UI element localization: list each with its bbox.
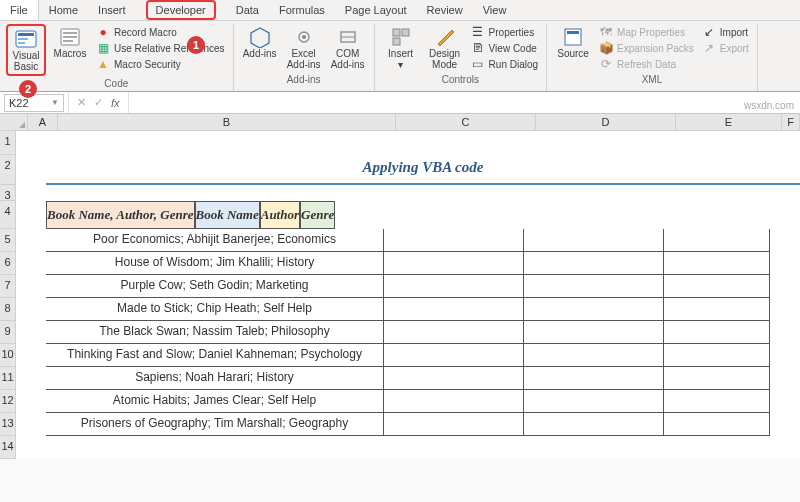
excel-addins-button[interactable]: Excel Add-ins xyxy=(284,24,324,72)
gear-icon xyxy=(293,26,315,48)
svg-rect-14 xyxy=(402,29,409,36)
table-cell[interactable] xyxy=(664,344,770,367)
name-box[interactable]: K22▼ xyxy=(4,94,64,112)
macros-button[interactable]: Macros xyxy=(50,24,90,61)
menu-review[interactable]: Review xyxy=(417,0,473,20)
watermark: wsxdn.com xyxy=(744,100,794,111)
design-mode-button[interactable]: Design Mode xyxy=(425,24,465,72)
table-cell[interactable]: Purple Cow; Seth Godin; Marketing xyxy=(46,275,384,298)
table-cell[interactable] xyxy=(384,321,524,344)
table-cell[interactable] xyxy=(524,298,664,321)
table-cell[interactable] xyxy=(664,252,770,275)
com-addins-button[interactable]: COM Add-ins xyxy=(328,24,368,72)
table-cell[interactable] xyxy=(384,367,524,390)
row-14[interactable]: 14 xyxy=(0,436,16,459)
table-cell[interactable] xyxy=(384,344,524,367)
table-cell[interactable] xyxy=(384,390,524,413)
table-cell[interactable] xyxy=(664,413,770,436)
col-D[interactable]: D xyxy=(536,114,676,130)
row-6[interactable]: 6 xyxy=(0,252,16,275)
table-cell[interactable] xyxy=(664,298,770,321)
row-7[interactable]: 7 xyxy=(0,275,16,298)
table-cell[interactable] xyxy=(524,275,664,298)
row-1[interactable]: 1 xyxy=(0,131,16,155)
row-5[interactable]: 5 xyxy=(0,229,16,252)
run-dialog-button[interactable]: ▭Run Dialog xyxy=(469,56,540,72)
source-icon xyxy=(562,26,584,48)
menu-pagelayout[interactable]: Page Layout xyxy=(335,0,417,20)
select-all-triangle[interactable] xyxy=(0,114,28,130)
svg-rect-18 xyxy=(567,31,579,34)
properties-button[interactable]: ☰Properties xyxy=(469,24,540,40)
view-code-button[interactable]: 🖹View Code xyxy=(469,40,540,56)
warning-icon: ▲ xyxy=(96,57,110,71)
menu-formulas[interactable]: Formulas xyxy=(269,0,335,20)
table-cell[interactable]: House of Wisdom; Jim Khalili; History xyxy=(46,252,384,275)
table-cell[interactable]: Poor Economics; Abhijit Banerjee; Econom… xyxy=(46,229,384,252)
source-button[interactable]: Source xyxy=(553,24,593,61)
addins-button[interactable]: Add-ins xyxy=(240,24,280,61)
table-cell[interactable]: Sapiens; Noah Harari; History xyxy=(46,367,384,390)
col-C[interactable]: C xyxy=(396,114,536,130)
table-cell[interactable] xyxy=(384,252,524,275)
table-cell[interactable]: The Black Swan; Nassim Taleb; Philosophy xyxy=(46,321,384,344)
table-cell[interactable]: Atomic Habits; James Clear; Self Help xyxy=(46,390,384,413)
row-12[interactable]: 12 xyxy=(0,390,16,413)
title-cell: Applying VBA code xyxy=(46,155,800,185)
row-2[interactable]: 2 xyxy=(0,155,16,185)
row-13[interactable]: 13 xyxy=(0,413,16,436)
table-cell[interactable] xyxy=(664,390,770,413)
visual-basic-button[interactable]: Visual Basic xyxy=(6,24,46,76)
pack-icon: 📦 xyxy=(599,41,613,55)
menu-developer[interactable]: Developer xyxy=(136,0,226,20)
table-cell[interactable] xyxy=(524,321,664,344)
row-4[interactable]: 4 xyxy=(0,201,16,229)
map-properties-button[interactable]: 🗺Map Properties xyxy=(597,24,696,40)
svg-rect-2 xyxy=(18,38,28,40)
table-cell[interactable] xyxy=(664,275,770,298)
col-A[interactable]: A xyxy=(28,114,58,130)
menu-insert[interactable]: Insert xyxy=(88,0,136,20)
svg-rect-1 xyxy=(18,33,34,36)
table-cell[interactable]: Made to Stick; Chip Heath; Self Help xyxy=(46,298,384,321)
table-cell[interactable]: Prisoners of Geography; Tim Marshall; Ge… xyxy=(46,413,384,436)
record-macro-button[interactable]: ●Record Macro xyxy=(94,24,227,40)
insert-control-button[interactable]: Insert▾ xyxy=(381,24,421,72)
macro-security-button[interactable]: ▲Macro Security xyxy=(94,56,227,72)
table-cell[interactable] xyxy=(524,413,664,436)
table-cell[interactable] xyxy=(664,229,770,252)
import-button[interactable]: ↙Import xyxy=(700,24,751,40)
col-F[interactable]: F xyxy=(782,114,800,130)
refresh-data-button[interactable]: ⟳Refresh Data xyxy=(597,56,696,72)
table-cell[interactable] xyxy=(524,367,664,390)
row-9[interactable]: 9 xyxy=(0,321,16,344)
col-E[interactable]: E xyxy=(676,114,782,130)
table-cell[interactable] xyxy=(384,413,524,436)
group-label-xml: XML xyxy=(642,74,663,85)
row-3[interactable]: 3 xyxy=(0,185,16,201)
table-cell[interactable] xyxy=(524,252,664,275)
table-cell[interactable] xyxy=(384,229,524,252)
menu-view[interactable]: View xyxy=(473,0,517,20)
menu-file[interactable]: File xyxy=(0,0,39,20)
export-button[interactable]: ↗Export xyxy=(700,40,751,56)
table-cell[interactable] xyxy=(664,367,770,390)
row-11[interactable]: 11 xyxy=(0,367,16,390)
table-cell[interactable] xyxy=(384,275,524,298)
properties-icon: ☰ xyxy=(471,25,485,39)
table-cell[interactable] xyxy=(524,229,664,252)
expansion-packs-button[interactable]: 📦Expansion Packs xyxy=(597,40,696,56)
table-cell[interactable]: Thinking Fast and Slow; Daniel Kahneman;… xyxy=(46,344,384,367)
row-10[interactable]: 10 xyxy=(0,344,16,367)
row-8[interactable]: 8 xyxy=(0,298,16,321)
col-B[interactable]: B xyxy=(58,114,396,130)
relative-refs-button[interactable]: ▦Use Relative References xyxy=(94,40,227,56)
table-cell[interactable] xyxy=(384,298,524,321)
enter-icon: ✓ xyxy=(94,96,103,109)
table-cell[interactable] xyxy=(524,390,664,413)
table-cell[interactable] xyxy=(664,321,770,344)
menu-home[interactable]: Home xyxy=(39,0,88,20)
menu-data[interactable]: Data xyxy=(226,0,269,20)
fx-icon[interactable]: fx xyxy=(111,97,120,109)
table-cell[interactable] xyxy=(524,344,664,367)
